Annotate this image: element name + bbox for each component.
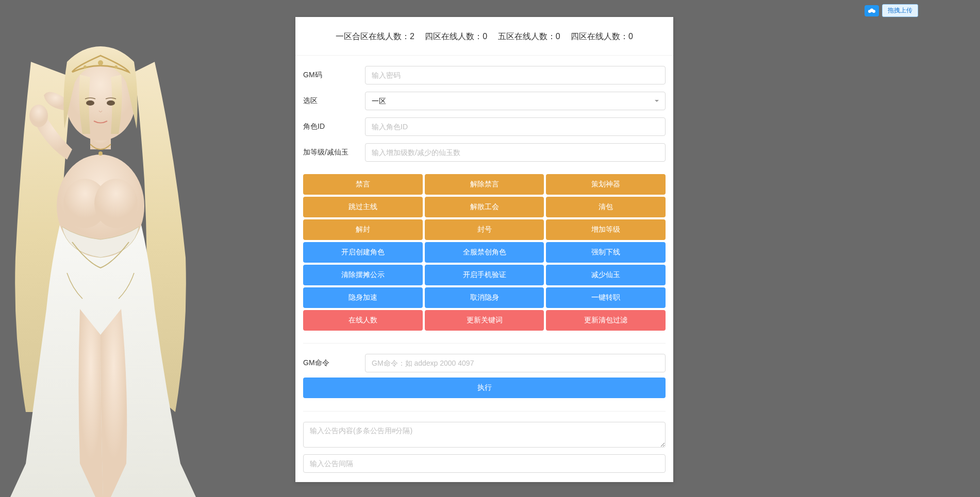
svg-point-6 [84, 65, 87, 68]
svg-point-14 [872, 10, 875, 13]
input-form: GM码 选区 一区 角色ID 加等级/减仙玉 [295, 56, 673, 174]
zone-label: 选区 [303, 96, 365, 106]
announcement-interval-input[interactable] [303, 454, 666, 473]
character-background [0, 0, 247, 497]
announcement-section [295, 422, 673, 473]
svg-point-10 [29, 105, 48, 127]
section-divider-2 [303, 411, 666, 412]
drag-upload-button[interactable]: 拖拽上传 [882, 4, 918, 17]
action-buttons: 禁言 解除禁言 策划神器 跳过主线 解散工会 清包 解封 封号 增加等级 开启创… [295, 174, 673, 343]
disband-guild-button[interactable]: 解散工会 [425, 197, 544, 217]
character-illustration [0, 0, 247, 497]
unban-button[interactable]: 解封 [303, 219, 423, 240]
stealth-speed-button[interactable]: 隐身加速 [303, 287, 423, 308]
svg-point-7 [114, 65, 118, 68]
svg-point-9 [107, 100, 115, 106]
role-id-label: 角色ID [303, 122, 365, 131]
one-click-job-change-button[interactable]: 一键转职 [546, 287, 666, 308]
svg-point-5 [98, 60, 103, 65]
upload-widget: 拖拽上传 [865, 4, 918, 17]
clear-stall-notice-button[interactable]: 清除摆摊公示 [303, 265, 423, 285]
svg-point-11 [98, 151, 103, 156]
planner-tool-button[interactable]: 策划神器 [546, 174, 666, 195]
gm-command-input[interactable] [365, 354, 666, 372]
cloud-upload-icon [865, 5, 879, 16]
enable-create-role-button[interactable]: 开启创建角色 [303, 242, 423, 263]
admin-panel: 一区合区在线人数：2 四区在线人数：0 五区在线人数：0 四区在线人数：0 GM… [295, 17, 673, 482]
skip-main-button[interactable]: 跳过主线 [303, 197, 423, 217]
role-id-input[interactable] [365, 117, 666, 136]
update-clearbag-filter-button[interactable]: 更新清包过滤 [546, 310, 666, 331]
gm-code-label: GM码 [303, 71, 365, 80]
online-count-button[interactable]: 在线人数 [303, 310, 423, 331]
force-offline-button[interactable]: 强制下线 [546, 242, 666, 263]
gm-code-input[interactable] [365, 66, 666, 84]
disable-create-role-button[interactable]: 全服禁创角色 [425, 242, 544, 263]
update-keywords-button[interactable]: 更新关键词 [425, 310, 544, 331]
level-jade-input[interactable] [365, 143, 666, 162]
ban-button[interactable]: 封号 [425, 219, 544, 240]
stat-zone1: 一区合区在线人数：2 [336, 31, 414, 42]
svg-point-8 [86, 100, 94, 106]
section-divider [303, 343, 666, 344]
stat-zone4b: 四区在线人数：0 [571, 31, 633, 42]
zone-select[interactable]: 一区 [365, 92, 666, 110]
stat-zone5: 五区在线人数：0 [498, 31, 560, 42]
cancel-stealth-button[interactable]: 取消隐身 [425, 287, 544, 308]
svg-point-2 [94, 179, 138, 228]
online-stats-bar: 一区合区在线人数：2 四区在线人数：0 五区在线人数：0 四区在线人数：0 [295, 26, 673, 56]
stat-zone4a: 四区在线人数：0 [425, 31, 487, 42]
enable-phone-verify-button[interactable]: 开启手机验证 [425, 265, 544, 285]
mute-button[interactable]: 禁言 [303, 174, 423, 195]
unmute-button[interactable]: 解除禁言 [425, 174, 544, 195]
gm-command-section: GM命令 执行 [295, 354, 673, 411]
announcement-content-input[interactable] [303, 422, 666, 448]
add-level-button[interactable]: 增加等级 [546, 219, 666, 240]
reduce-jade-button[interactable]: 减少仙玉 [546, 265, 666, 285]
level-jade-label: 加等级/减仙玉 [303, 148, 365, 157]
gm-command-label: GM命令 [303, 358, 365, 368]
clear-bag-button[interactable]: 清包 [546, 197, 666, 217]
execute-button[interactable]: 执行 [303, 378, 666, 398]
